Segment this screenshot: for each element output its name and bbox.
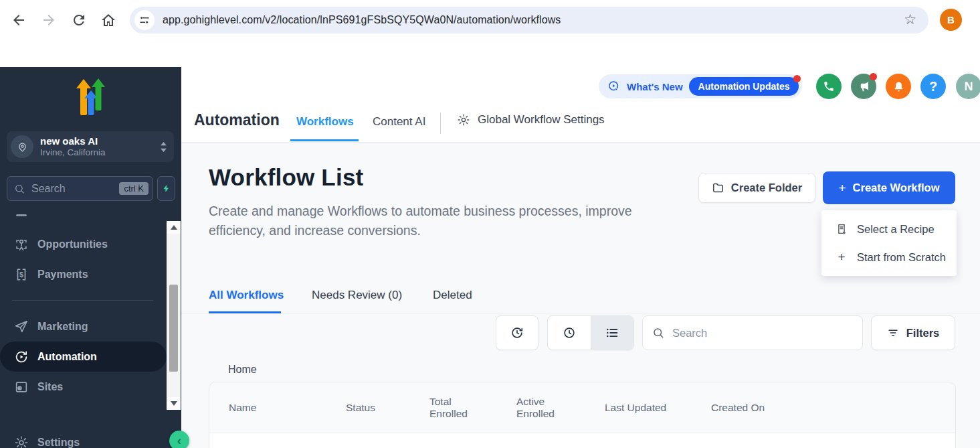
section-subtitle: Create and manage Workflows to automate …	[209, 202, 677, 241]
browser-toolbar: app.gohighlevel.com/v2/location/lnPS691g…	[0, 0, 980, 40]
page-header: What's New Automation Updates ? N Automa…	[181, 67, 980, 143]
menu-item-select-recipe[interactable]: Select a Recipe	[821, 215, 957, 243]
phone-button[interactable]	[816, 74, 842, 99]
sidebar-item-payments[interactable]: $ Payments	[0, 259, 167, 289]
sidebar: new oaks AI Irvine, California ctrl K	[0, 67, 181, 448]
scrollbar-thumb[interactable]	[169, 285, 178, 372]
search-icon	[14, 183, 25, 194]
global-workflow-settings-label: Global Workflow Settings	[478, 113, 605, 127]
account-location: Irvine, California	[40, 147, 160, 158]
sidebar-item-label: Automation	[37, 351, 97, 363]
column-header-active-enrolled: Active Enrolled	[516, 396, 605, 420]
main-area: What's New Automation Updates ? N Automa…	[181, 67, 980, 448]
history-button[interactable]	[496, 315, 538, 350]
create-workflow-dropdown: Select a Recipe + Start from Scratch	[821, 210, 957, 276]
scroll-down-arrow[interactable]	[167, 397, 181, 410]
address-bar[interactable]: app.gohighlevel.com/v2/location/lnPS691g…	[130, 7, 928, 33]
breadcrumb[interactable]: Home	[228, 364, 257, 376]
reload-icon[interactable]	[71, 12, 87, 28]
sidebar-item-settings[interactable]: Settings	[0, 427, 167, 448]
create-workflow-label: Create Workflow	[853, 181, 940, 194]
automation-icon	[14, 350, 29, 364]
tab-content-ai[interactable]: Content AI	[373, 115, 425, 129]
home-icon[interactable]	[100, 12, 116, 28]
account-switcher[interactable]: new oaks AI Irvine, California	[7, 131, 174, 162]
workflows-table: Name Status Total Enrolled Active Enroll…	[209, 382, 956, 448]
paper-plane-icon	[14, 319, 29, 334]
app-window: app.gohighlevel.com/v2/location/lnPS691g…	[0, 0, 980, 448]
payments-icon: $	[14, 267, 29, 282]
create-folder-label: Create Folder	[731, 181, 802, 194]
create-workflow-button[interactable]: + Create Workflow	[823, 171, 955, 204]
help-button[interactable]: ?	[920, 74, 946, 99]
user-avatar[interactable]: N	[956, 74, 980, 99]
tab-needs-review[interactable]: Needs Review (0)	[312, 289, 402, 302]
header-divider	[440, 113, 441, 134]
back-icon[interactable]	[11, 12, 27, 28]
sidebar-scrollbar[interactable]	[167, 221, 181, 410]
column-header-name: Name	[229, 402, 346, 414]
sidebar-item-label: Opportunities	[37, 238, 108, 250]
workflow-list-page: Workflow List Create and manage Workflow…	[181, 143, 980, 448]
tab-all-workflows[interactable]: All Workflows	[209, 289, 284, 302]
plus-icon: +	[836, 250, 848, 265]
active-tab-underline	[209, 311, 281, 313]
menu-item-start-from-scratch[interactable]: + Start from Scratch	[821, 243, 957, 271]
timeline-view-button[interactable]	[548, 316, 591, 350]
sidebar-item-marketing[interactable]: Marketing	[0, 311, 167, 342]
whats-new-icon	[607, 80, 621, 93]
site-settings-icon[interactable]	[134, 10, 155, 30]
column-header-created-on: Created On	[711, 402, 765, 414]
automation-updates-badge[interactable]: Automation Updates	[689, 77, 799, 96]
sidebar-item-opportunities[interactable]: Opportunities	[0, 229, 167, 259]
sidebar-search-input[interactable]	[30, 182, 119, 196]
menu-item-label: Select a Recipe	[857, 223, 935, 236]
column-header-status: Status	[346, 402, 429, 414]
forward-icon[interactable]	[41, 12, 57, 28]
gohighlevel-logo-icon	[0, 76, 181, 127]
phone-icon	[823, 80, 835, 92]
view-mode-toggle	[547, 315, 634, 350]
gear-icon	[457, 113, 470, 127]
sidebar-collapse-button[interactable]: ‹	[169, 431, 189, 448]
notifications-button[interactable]	[886, 74, 911, 99]
quick-actions-button[interactable]	[157, 176, 175, 201]
account-name: new oaks AI	[40, 135, 160, 148]
bell-icon	[892, 80, 905, 93]
sidebar-item-automation[interactable]: Automation	[0, 342, 167, 372]
workflow-search[interactable]	[642, 315, 863, 350]
sites-icon	[14, 380, 29, 394]
filters-label: Filters	[906, 327, 940, 340]
column-header-total-enrolled: Total Enrolled	[429, 396, 516, 420]
page-title: Automation	[194, 111, 280, 129]
clock-icon	[562, 325, 577, 340]
sidebar-item-label: Settings	[37, 437, 80, 448]
tab-workflows[interactable]: Workflows	[296, 115, 354, 129]
chevron-up-down-icon[interactable]	[160, 142, 167, 152]
sidebar-item-sites[interactable]: Sites	[0, 372, 167, 402]
menu-item-label: Start from Scratch	[857, 251, 946, 264]
location-pin-icon	[11, 135, 33, 158]
column-header-last-updated: Last Updated	[605, 402, 711, 414]
browser-profile-avatar[interactable]: B	[940, 9, 962, 31]
whats-new-pill[interactable]: What's New Automation Updates	[599, 74, 802, 98]
recipe-icon	[836, 223, 848, 235]
global-workflow-settings-link[interactable]: Global Workflow Settings	[457, 113, 605, 127]
create-folder-button[interactable]: Create Folder	[698, 173, 815, 203]
workflow-search-input[interactable]	[671, 326, 853, 340]
section-title: Workflow List	[209, 164, 363, 191]
workflow-tabs: All Workflows Needs Review (0) Deleted	[181, 280, 980, 313]
list-view-button[interactable]	[591, 316, 634, 350]
announcements-button[interactable]	[851, 74, 876, 99]
megaphone-icon	[858, 80, 870, 93]
filters-button[interactable]: Filters	[871, 315, 955, 350]
whats-new-label[interactable]: What's New	[627, 81, 683, 92]
sidebar-menu: Opportunities $ Payments Marketing	[0, 229, 167, 402]
sidebar-search[interactable]: ctrl K	[7, 176, 153, 201]
tab-deleted[interactable]: Deleted	[433, 289, 472, 302]
folder-icon	[712, 181, 724, 194]
url-text[interactable]: app.gohighlevel.com/v2/location/lnPS691g…	[163, 14, 561, 26]
scroll-up-arrow[interactable]	[167, 221, 181, 234]
bookmark-star-icon[interactable]: ☆	[904, 11, 916, 27]
automation-updates-label: Automation Updates	[698, 81, 790, 92]
